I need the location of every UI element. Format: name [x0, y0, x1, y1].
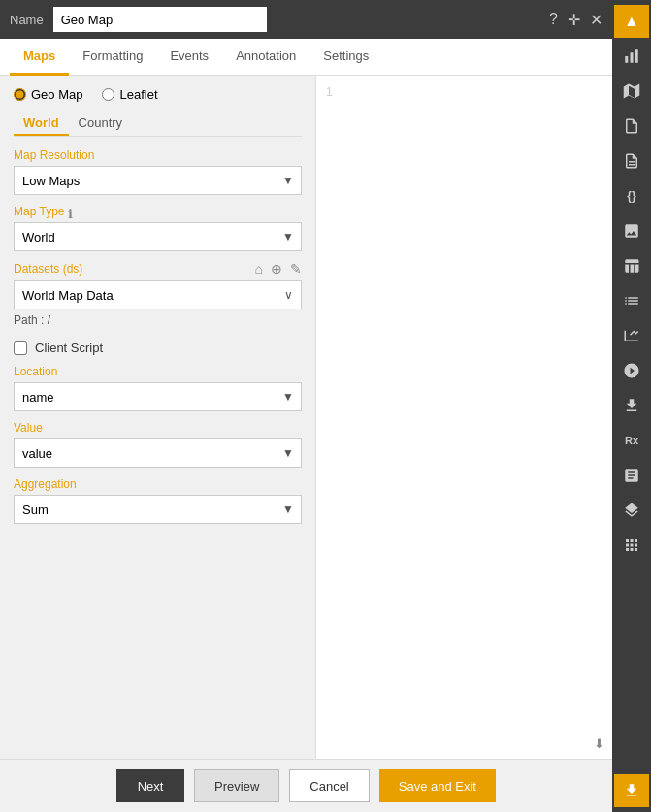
- aggregation-label: Aggregation: [14, 477, 302, 491]
- map-type-select-wrap: World Continent Country ▼: [14, 222, 302, 251]
- sidebar-pivot-icon[interactable]: [614, 319, 649, 352]
- map-type-label: Map Type: [14, 205, 64, 218]
- sub-tab-world[interactable]: World: [14, 112, 69, 136]
- tab-events[interactable]: Events: [156, 39, 222, 76]
- save-and-exit-button[interactable]: Save and Exit: [379, 769, 496, 802]
- title-bar: Name ? ✛ ✕: [0, 0, 612, 39]
- client-script-label: Client Script: [35, 341, 103, 355]
- help-icon[interactable]: ?: [549, 11, 558, 29]
- close-icon[interactable]: ✕: [590, 11, 602, 29]
- svg-rect-0: [625, 56, 628, 63]
- aggregation-select-wrap: Sum Average Count Min Max ▼: [14, 495, 302, 524]
- next-button[interactable]: Next: [116, 769, 184, 802]
- dataset-add-icon[interactable]: ⊕: [271, 261, 282, 276]
- title-icons: ? ✛ ✕: [549, 11, 602, 29]
- bottom-bar: Next Preview Cancel Save and Exit: [0, 759, 612, 812]
- dataset-chevron-icon: ∨: [284, 288, 293, 302]
- sidebar-components-icon[interactable]: [614, 529, 649, 562]
- map-resolution-label: Map Resolution: [14, 148, 302, 162]
- sidebar-gauge-icon[interactable]: [614, 354, 649, 387]
- sidebar-page-icon[interactable]: [614, 110, 649, 143]
- sidebar-download-icon[interactable]: [614, 774, 649, 807]
- map-type-info-icon[interactable]: ℹ: [68, 207, 73, 221]
- sub-tab-country[interactable]: Country: [69, 112, 133, 136]
- sidebar-table-icon[interactable]: [614, 249, 649, 282]
- location-select[interactable]: name code id: [14, 382, 302, 411]
- geo-map-radio[interactable]: Geo Map: [14, 87, 82, 102]
- cancel-button[interactable]: Cancel: [289, 769, 369, 802]
- dataset-path: Path : /: [14, 313, 302, 327]
- location-select-wrap: name code id ▼: [14, 382, 302, 411]
- value-select[interactable]: value count sum: [14, 438, 302, 468]
- client-script-checkbox[interactable]: [14, 341, 27, 355]
- svg-rect-1: [631, 52, 634, 63]
- right-sidebar: ▲ {} Rx: [612, 0, 651, 812]
- dataset-action-icons: ⌂ ⊕ ✎: [255, 261, 302, 276]
- value-select-wrap: value count sum ▼: [14, 438, 302, 468]
- location-label: Location: [14, 365, 302, 378]
- sidebar-export-icon[interactable]: [614, 389, 649, 422]
- dataset-home-icon[interactable]: ⌂: [255, 261, 263, 276]
- aggregation-select[interactable]: Sum Average Count Min Max: [14, 495, 302, 524]
- dataset-select-box[interactable]: World Map Data ∨: [14, 280, 302, 309]
- datasets-label: Datasets (ds): [14, 262, 255, 276]
- sidebar-report-icon[interactable]: [614, 459, 649, 492]
- map-type-select[interactable]: World Continent Country: [14, 222, 302, 251]
- name-input[interactable]: [53, 7, 267, 32]
- tab-bar: Maps Formatting Events Annotation Settin…: [0, 39, 612, 76]
- datasets-header: Datasets (ds) ⌂ ⊕ ✎: [14, 261, 302, 276]
- sidebar-list-icon[interactable]: [614, 284, 649, 317]
- name-label: Name: [10, 13, 44, 27]
- tab-formatting[interactable]: Formatting: [69, 39, 156, 76]
- sidebar-chart-icon[interactable]: [614, 40, 649, 73]
- line-number: 1: [326, 85, 333, 99]
- preview-panel: 1 ⬇: [315, 76, 612, 759]
- sidebar-up-icon[interactable]: ▲: [614, 5, 649, 38]
- sidebar-layers-icon[interactable]: [614, 494, 649, 527]
- value-label: Value: [14, 421, 302, 435]
- download-icon[interactable]: ⬇: [594, 736, 604, 751]
- sidebar-image-icon[interactable]: [614, 214, 649, 247]
- map-type-radio-group: Geo Map Leaflet: [14, 87, 302, 102]
- tab-maps[interactable]: Maps: [10, 39, 69, 76]
- tab-annotation[interactable]: Annotation: [222, 39, 309, 76]
- dataset-edit-icon[interactable]: ✎: [290, 261, 302, 276]
- sidebar-code-icon[interactable]: {}: [614, 179, 649, 212]
- client-script-row: Client Script: [14, 341, 302, 355]
- map-resolution-select[interactable]: Low Maps Medium Maps High Maps: [14, 166, 302, 195]
- sidebar-map-icon[interactable]: [614, 75, 649, 108]
- svg-rect-2: [635, 49, 638, 63]
- leaflet-radio[interactable]: Leaflet: [102, 87, 157, 102]
- sidebar-rx-icon[interactable]: Rx: [614, 424, 649, 457]
- dataset-selected-value: World Map Data: [22, 288, 284, 303]
- preview-button[interactable]: Preview: [194, 769, 279, 802]
- sidebar-doc-icon[interactable]: [614, 145, 649, 178]
- form-panel: Geo Map Leaflet World Country Map Resolu…: [0, 76, 315, 759]
- move-icon[interactable]: ✛: [568, 11, 580, 29]
- map-resolution-select-wrap: Low Maps Medium Maps High Maps ▼: [14, 166, 302, 195]
- tab-settings[interactable]: Settings: [309, 39, 382, 76]
- sub-tab-bar: World Country: [14, 112, 302, 137]
